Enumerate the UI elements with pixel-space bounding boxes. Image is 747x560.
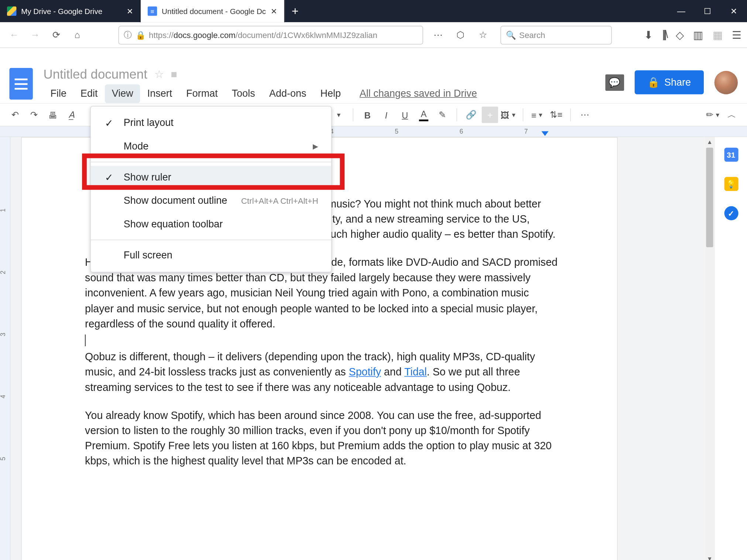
- underline-button[interactable]: U: [397, 107, 413, 123]
- browser-tabs: My Drive - Google Drive ✕ ≡ Untitled doc…: [0, 0, 306, 22]
- menu-item-show-equation[interactable]: Show equation toolbar: [91, 213, 331, 236]
- italic-button[interactable]: I: [378, 107, 394, 123]
- highlight-button[interactable]: ✎: [434, 107, 450, 123]
- docs-logo-icon[interactable]: [9, 68, 32, 100]
- paragraph[interactable]: Qobuz is different, though – it delivers…: [85, 349, 559, 395]
- scroll-down-button[interactable]: ▼: [705, 554, 714, 560]
- menu-separator: [91, 240, 331, 240]
- bold-button[interactable]: B: [359, 107, 376, 123]
- sidebar-icon[interactable]: ▥: [693, 28, 703, 41]
- close-window-button[interactable]: ✕: [721, 0, 747, 22]
- docs-header: Untitled document ☆ ■ File Edit View Ins…: [0, 62, 747, 103]
- menu-item-show-ruler[interactable]: ✓ Show ruler: [91, 166, 331, 189]
- library-icon[interactable]: |||\: [662, 29, 666, 41]
- collapse-toolbar-button[interactable]: ︿: [724, 107, 740, 123]
- star-icon[interactable]: ☆: [154, 68, 164, 81]
- text-color-button[interactable]: A: [415, 107, 432, 123]
- share-label: Share: [664, 76, 691, 88]
- print-button[interactable]: 🖶: [45, 107, 61, 123]
- menu-icon[interactable]: ☰: [732, 28, 741, 41]
- browser-titlebar: My Drive - Google Drive ✕ ≡ Untitled doc…: [0, 0, 747, 22]
- protection-icon[interactable]: ◇: [676, 28, 684, 41]
- back-button[interactable]: ←: [6, 27, 22, 43]
- menu-tools[interactable]: Tools: [225, 85, 262, 103]
- search-icon: 🔍: [506, 30, 516, 39]
- undo-button[interactable]: ↶: [7, 107, 23, 123]
- url-bar[interactable]: ⓘ 🔒 https://docs.google.com/document/d/1…: [119, 25, 423, 44]
- downloads-icon[interactable]: ⬇: [644, 28, 653, 41]
- lock-icon: 🔒: [647, 76, 659, 88]
- paragraph[interactable]: You already know Spotify, which has been…: [85, 408, 559, 469]
- editing-mode-button[interactable]: ✏▼: [705, 107, 721, 123]
- spellcheck-button[interactable]: A̲: [63, 107, 79, 123]
- line-spacing-button[interactable]: ⇅≡: [548, 107, 564, 123]
- user-avatar[interactable]: [715, 71, 738, 94]
- close-icon[interactable]: ✕: [271, 7, 277, 16]
- reload-button[interactable]: ⟳: [48, 27, 64, 43]
- vertical-ruler[interactable]: 1 2 3 4 5: [0, 137, 11, 560]
- document-title[interactable]: Untitled document: [43, 67, 147, 82]
- maximize-button[interactable]: ☐: [695, 0, 721, 22]
- calendar-icon[interactable]: 31: [724, 148, 738, 162]
- side-panel: 31 💡 ✓: [715, 137, 747, 560]
- menu-help[interactable]: Help: [313, 85, 348, 103]
- align-button[interactable]: ≡▼: [529, 107, 545, 123]
- view-menu-dropdown: ✓ Print layout Mode ▶ ✓ Show ruler Show …: [90, 106, 332, 272]
- keep-icon[interactable]: 💡: [724, 177, 738, 191]
- menu-item-show-outline[interactable]: Show document outline Ctrl+Alt+A Ctrl+Al…: [91, 189, 331, 213]
- browser-toolbar: ← → ⟳ ⌂ ⓘ 🔒 https://docs.google.com/docu…: [0, 22, 747, 48]
- window-controls: — ☐ ✕: [668, 0, 747, 22]
- menu-insert[interactable]: Insert: [140, 85, 179, 103]
- comments-button[interactable]: 💬: [605, 74, 624, 90]
- menu-file[interactable]: File: [43, 85, 73, 103]
- browser-search[interactable]: 🔍 Search: [500, 25, 612, 44]
- search-placeholder: Search: [519, 30, 545, 39]
- redo-button[interactable]: ↷: [26, 107, 42, 123]
- menu-format[interactable]: Format: [179, 85, 225, 103]
- tab-title: My Drive - Google Drive: [21, 7, 102, 16]
- insert-comment-button[interactable]: ＋: [482, 107, 498, 123]
- save-status[interactable]: All changes saved in Drive: [360, 85, 477, 103]
- vertical-scrollbar[interactable]: ▲ ▼: [705, 137, 714, 560]
- menu-edit[interactable]: Edit: [73, 85, 105, 103]
- share-button[interactable]: 🔒 Share: [634, 70, 704, 94]
- new-tab-button[interactable]: +: [285, 0, 306, 22]
- pocket-icon[interactable]: ⬡: [452, 27, 469, 43]
- docs-menubar: File Edit View Insert Format Tools Add-o…: [43, 85, 605, 103]
- browser-tab-docs[interactable]: ≡ Untitled document - Google Dc ✕: [141, 0, 285, 22]
- url-text: https://docs.google.com/document/d/1CWx6…: [149, 30, 418, 39]
- ruler-right-marker[interactable]: [541, 131, 548, 136]
- menu-item-full-screen[interactable]: Full screen: [91, 244, 331, 267]
- scroll-up-button[interactable]: ▲: [705, 137, 714, 146]
- text-cursor: [85, 334, 86, 346]
- tab-title: Untitled document - Google Dc: [162, 7, 266, 16]
- docs-icon: ≡: [148, 6, 157, 16]
- folder-icon[interactable]: ■: [171, 68, 177, 80]
- link-tidal[interactable]: Tidal: [404, 366, 427, 378]
- shield-icon: ⓘ: [124, 30, 132, 40]
- menu-view[interactable]: View: [105, 85, 140, 103]
- menu-addons[interactable]: Add-ons: [262, 85, 313, 103]
- bookmark-star-icon[interactable]: ☆: [474, 27, 491, 43]
- browser-tab-drive[interactable]: My Drive - Google Drive ✕: [0, 0, 141, 22]
- insert-image-button[interactable]: 🖼▼: [500, 107, 517, 123]
- scrollbar-thumb[interactable]: [706, 148, 713, 247]
- check-icon: ✓: [104, 117, 114, 129]
- more-icon[interactable]: ⋯: [430, 27, 446, 43]
- close-icon[interactable]: ✕: [127, 7, 133, 16]
- more-toolbar-button[interactable]: ⋯: [577, 107, 593, 123]
- home-button[interactable]: ⌂: [69, 27, 85, 43]
- insert-link-button[interactable]: 🔗: [463, 107, 479, 123]
- minimize-button[interactable]: —: [668, 0, 694, 22]
- extension-icon[interactable]: ▦: [713, 28, 723, 41]
- font-dropdown[interactable]: ▼: [330, 107, 347, 123]
- link-spotify[interactable]: Spotify: [349, 366, 381, 378]
- menu-item-mode[interactable]: Mode ▶: [91, 135, 331, 158]
- menu-separator: [91, 162, 331, 162]
- tasks-icon[interactable]: ✓: [724, 206, 738, 220]
- lock-icon: 🔒: [136, 30, 145, 39]
- drive-icon: [7, 6, 16, 16]
- forward-button[interactable]: →: [27, 27, 43, 43]
- check-icon: ✓: [104, 171, 114, 183]
- menu-item-print-layout[interactable]: ✓ Print layout: [91, 111, 331, 135]
